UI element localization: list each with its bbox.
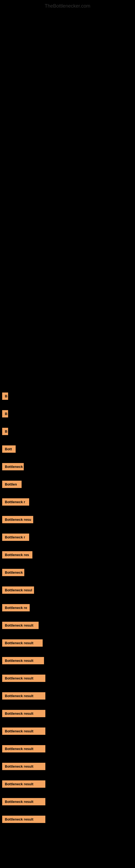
row-spacer — [0, 701, 135, 708]
row-spacer — [0, 754, 135, 761]
bottleneck-label: Bottleneck resul — [2, 586, 34, 594]
bottleneck-label: Bottleneck result — [2, 692, 45, 700]
row-spacer — [0, 684, 135, 691]
bottleneck-item: Bottlen — [0, 479, 135, 490]
row-spacer — [0, 560, 135, 567]
bottleneck-label: Bottleneck resu — [2, 516, 33, 523]
site-title: TheBottlenecker.com — [0, 0, 135, 11]
row-spacer — [0, 490, 135, 497]
bottleneck-label: Bottleneck result — [2, 745, 45, 752]
bottleneck-item: B — [0, 426, 135, 437]
bottleneck-item: Bottleneck result — [0, 796, 135, 807]
bottleneck-label: Bott — [2, 445, 16, 453]
title-text: TheBottlenecker.com — [45, 3, 90, 9]
row-spacer — [0, 631, 135, 638]
bottleneck-item: Bottleneck result — [0, 638, 135, 648]
bottleneck-item: Bottleneck r — [0, 532, 135, 542]
bottleneck-label: B — [2, 393, 8, 400]
bottleneck-item: Bottleneck result — [0, 655, 135, 666]
bottleneck-label: Bottleneck result — [2, 816, 45, 823]
row-spacer — [0, 454, 135, 461]
bottleneck-label: Bottleneck result — [2, 798, 45, 805]
bottleneck-label: Bottleneck result — [2, 727, 45, 735]
bottleneck-label: B — [2, 428, 8, 435]
row-spacer — [0, 772, 135, 779]
bottleneck-label: Bottleneck result — [2, 710, 45, 717]
bottleneck-label: Bottleneck — [2, 463, 24, 470]
bottleneck-item: Bottleneck result — [0, 761, 135, 772]
bottleneck-label: Bottleneck r — [2, 498, 29, 506]
bottleneck-item: Bottleneck re — [0, 602, 135, 613]
bottleneck-item: Bottleneck result — [0, 673, 135, 684]
bottleneck-item: Bottleneck result — [0, 691, 135, 701]
bottleneck-label: Bottlen — [2, 480, 21, 488]
bottleneck-item: Bott — [0, 444, 135, 454]
bottleneck-item: Bottleneck — [0, 461, 135, 472]
bottleneck-label: Bottleneck — [2, 569, 24, 576]
bottleneck-item: Bottleneck resul — [0, 585, 135, 595]
bottleneck-label: Bottleneck result — [2, 780, 45, 788]
bottleneck-item: Bottleneck res — [0, 550, 135, 560]
bottleneck-label: B — [2, 410, 8, 417]
bottleneck-label: Bottleneck re — [2, 604, 30, 611]
row-spacer — [0, 472, 135, 479]
chart-area — [0, 11, 135, 391]
row-spacer — [0, 401, 135, 408]
bottleneck-item: B — [0, 391, 135, 401]
row-spacer — [0, 648, 135, 655]
bottleneck-label: Bottleneck res — [2, 551, 32, 558]
row-spacer — [0, 507, 135, 514]
bottleneck-label: Bottleneck result — [2, 657, 44, 664]
row-spacer — [0, 737, 135, 744]
bottleneck-item: Bottleneck result — [0, 814, 135, 825]
bottleneck-label: Bottleneck result — [2, 639, 43, 647]
bottleneck-label: Bottleneck result — [2, 675, 45, 682]
results-area: BBBBottBottleneckBottlenBottleneck rBott… — [0, 391, 135, 835]
bottleneck-item: Bottleneck result — [0, 744, 135, 754]
row-spacer — [0, 595, 135, 602]
row-spacer — [0, 542, 135, 550]
row-spacer — [0, 666, 135, 673]
bottleneck-item: B — [0, 408, 135, 419]
bottleneck-item: Bottleneck — [0, 567, 135, 578]
row-spacer — [0, 525, 135, 532]
bottleneck-label: Bottleneck result — [2, 763, 45, 770]
row-spacer — [0, 613, 135, 620]
bottleneck-item: Bottleneck result — [0, 708, 135, 719]
bottleneck-label: Bottleneck r — [2, 533, 29, 541]
row-spacer — [0, 419, 135, 426]
bottleneck-item: Bottleneck result — [0, 726, 135, 737]
row-spacer — [0, 807, 135, 814]
bottleneck-item: Bottleneck resu — [0, 514, 135, 525]
bottleneck-item: Bottleneck result — [0, 620, 135, 631]
bottleneck-item: Bottleneck r — [0, 497, 135, 507]
row-spacer — [0, 789, 135, 796]
bottleneck-item: Bottleneck result — [0, 779, 135, 789]
row-spacer — [0, 437, 135, 444]
row-spacer — [0, 578, 135, 585]
row-spacer — [0, 719, 135, 726]
bottleneck-label: Bottleneck result — [2, 622, 39, 629]
